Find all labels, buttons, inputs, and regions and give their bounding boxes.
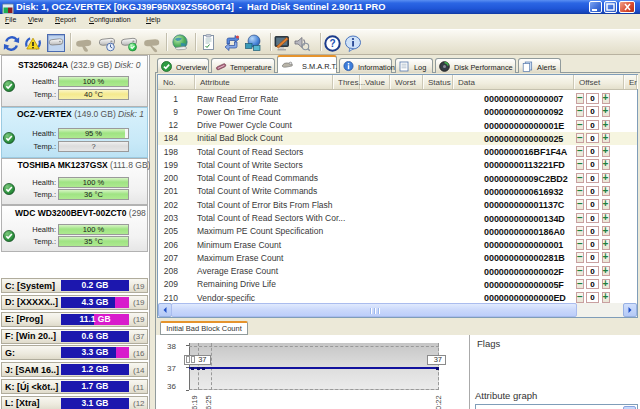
svg-text:?: ?: [329, 38, 335, 49]
